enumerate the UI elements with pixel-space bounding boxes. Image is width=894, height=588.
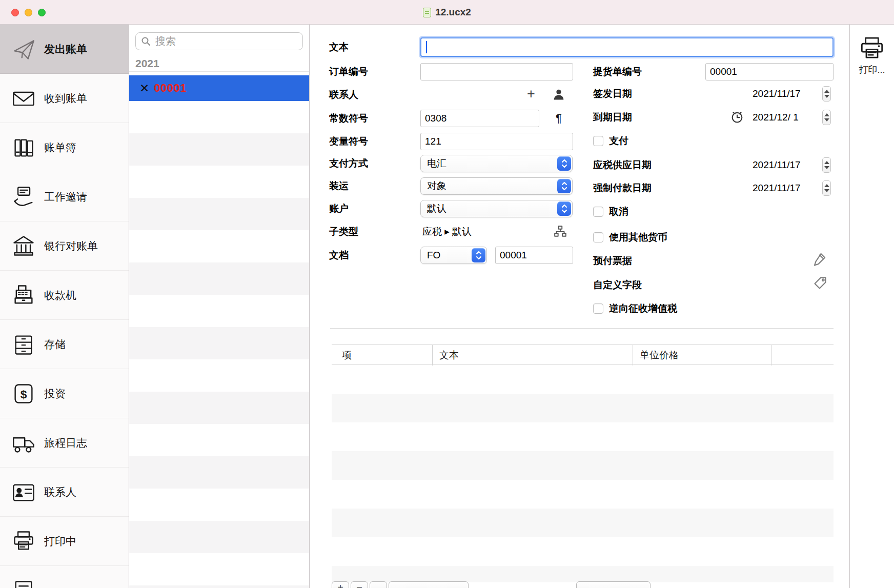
zoom-window-button[interactable]: [38, 9, 46, 16]
sidebar-item-label: 投资: [44, 387, 66, 401]
text-input[interactable]: [420, 37, 834, 57]
list-item[interactable]: ✕ 00001: [129, 75, 309, 101]
order-number-input[interactable]: [420, 63, 573, 80]
truck-icon: [11, 431, 36, 455]
remove-item-button[interactable]: −: [351, 581, 368, 588]
column-header-item[interactable]: 项: [342, 345, 352, 366]
payment-method-value: 电汇: [427, 157, 557, 170]
due-date-stepper[interactable]: [822, 110, 831, 125]
variable-symbol-label: 变量符号: [329, 133, 368, 150]
window-content: 发出账单 收到账单 账单簿 工作邀请 银行对账单 收款机: [0, 25, 894, 588]
document-type-select[interactable]: FO: [420, 247, 487, 264]
cancelled-checkbox[interactable]: [593, 207, 603, 217]
sidebar-item-issued-invoices[interactable]: 发出账单: [0, 25, 129, 74]
document-number-input[interactable]: [495, 247, 573, 264]
other-currency-label: 使用其他货币: [609, 229, 667, 246]
column-header-unit-price[interactable]: 单位价格: [640, 345, 679, 366]
sidebar-item-printing[interactable]: 打印中: [0, 517, 129, 566]
sidebar-item-label: 银行对账单: [44, 239, 98, 253]
column-divider[interactable]: [432, 345, 433, 366]
constant-symbol-label: 常数符号: [329, 110, 368, 127]
item-action-button[interactable]: [370, 581, 387, 588]
delivery-note-input[interactable]: [705, 63, 834, 80]
constant-symbol-input[interactable]: [420, 110, 539, 127]
hierarchy-icon[interactable]: [554, 225, 567, 238]
sidebar-item-investment[interactable]: $ 投资: [0, 369, 129, 418]
totals-partial-control[interactable]: [576, 581, 651, 588]
variable-symbol-input[interactable]: [420, 133, 573, 150]
invoice-list-panel: 搜索 2021 ✕ 00001: [129, 25, 310, 588]
issue-date-stepper[interactable]: [822, 86, 831, 102]
add-contact-button[interactable]: +: [527, 85, 535, 103]
payment-method-select[interactable]: 电汇: [420, 155, 573, 172]
dollar-glyph: $: [21, 387, 27, 400]
minimize-window-button[interactable]: [25, 9, 32, 16]
forced-payment-date-stepper[interactable]: [822, 180, 831, 196]
subtype-value[interactable]: 应税 ▸ 默认: [422, 223, 472, 240]
sidebar-item-bank-statements[interactable]: 银行对账单: [0, 221, 129, 271]
item-options-button[interactable]: [389, 581, 469, 588]
sidebar-item-invoice-book[interactable]: 账单簿: [0, 123, 129, 172]
issue-date-value[interactable]: 2021/11/17: [753, 85, 801, 103]
close-window-button[interactable]: [11, 9, 19, 16]
search-input[interactable]: 搜索: [135, 32, 303, 50]
sidebar-item-received-invoices[interactable]: 收到账单: [0, 74, 129, 123]
contact-card-icon: [11, 480, 36, 504]
taxable-supply-date-stepper[interactable]: [822, 157, 831, 173]
column-divider[interactable]: [771, 345, 771, 366]
subtype-label: 子类型: [329, 223, 358, 240]
forced-payment-date-value[interactable]: 2021/11/17: [753, 179, 801, 197]
invoice-number: 00001: [154, 82, 187, 95]
shipping-select[interactable]: 对象: [420, 177, 573, 195]
document-stack-icon: [11, 578, 36, 588]
column-header-text[interactable]: 文本: [439, 345, 459, 366]
sidebar-item-journey-log[interactable]: 旅程日志: [0, 418, 129, 468]
sidebar-item-label: 工作邀请: [44, 190, 87, 204]
list-group-header: 2021: [129, 55, 309, 72]
sidebar-item-storage[interactable]: 存储: [0, 320, 129, 369]
sidebar-item-contacts[interactable]: 联系人: [0, 468, 129, 517]
forced-payment-date-label: 强制付款日期: [593, 179, 652, 197]
hand-card-icon: [11, 185, 36, 209]
taxable-supply-date-label: 应税供应日期: [593, 156, 652, 174]
add-item-button[interactable]: +: [332, 581, 349, 588]
delivery-note-label: 提货单编号: [593, 63, 642, 80]
advance-notes-label: 预付票据: [593, 252, 632, 270]
paid-checkbox[interactable]: [593, 136, 603, 146]
sidebar-item-partial[interactable]: [0, 566, 129, 588]
cancelled-x-icon: ✕: [139, 83, 149, 94]
taxable-supply-date-value[interactable]: 2021/11/17: [753, 156, 801, 174]
traffic-lights: [11, 0, 46, 25]
pilcrow-icon[interactable]: ¶: [556, 110, 562, 127]
sidebar-item-label: 存储: [44, 337, 66, 352]
print-panel: 打印...: [849, 25, 894, 588]
sidebar-item-label: 收款机: [44, 288, 76, 302]
other-currency-checkbox[interactable]: [593, 232, 603, 242]
print-button[interactable]: 打印...: [858, 35, 886, 76]
sidebar-item-job-invitations[interactable]: 工作邀请: [0, 172, 129, 221]
tag-icon[interactable]: [813, 276, 827, 290]
payment-method-label: 支付方式: [329, 155, 368, 172]
document-label: 文档: [329, 247, 349, 264]
cash-register-icon: [11, 283, 36, 308]
shipping-value: 对象: [427, 179, 557, 193]
popup-arrows-icon: [472, 248, 485, 262]
person-icon[interactable]: [552, 87, 566, 102]
sidebar: 发出账单 收到账单 账单簿 工作邀请 银行对账单 收款机: [0, 25, 129, 588]
shipping-label: 装运: [329, 177, 349, 195]
items-table-body[interactable]: [332, 365, 834, 582]
column-divider[interactable]: [633, 345, 633, 366]
alarm-clock-icon[interactable]: [730, 110, 744, 124]
account-select[interactable]: 默认: [420, 200, 573, 217]
reverse-charge-checkbox[interactable]: [593, 303, 603, 314]
issue-date-label: 签发日期: [593, 85, 632, 103]
cancelled-label: 取消: [609, 203, 628, 220]
custom-fields-label: 自定义字段: [593, 276, 642, 294]
sidebar-item-label: 联系人: [44, 485, 76, 499]
titlebar: 12.ucx2: [0, 0, 894, 25]
paid-label: 支付: [609, 132, 628, 150]
due-date-value[interactable]: 2021/12/ 1: [753, 109, 799, 126]
signature-pen-icon[interactable]: [812, 251, 827, 267]
sidebar-item-label: 发出账单: [44, 42, 87, 56]
sidebar-item-cash-register[interactable]: 收款机: [0, 271, 129, 320]
